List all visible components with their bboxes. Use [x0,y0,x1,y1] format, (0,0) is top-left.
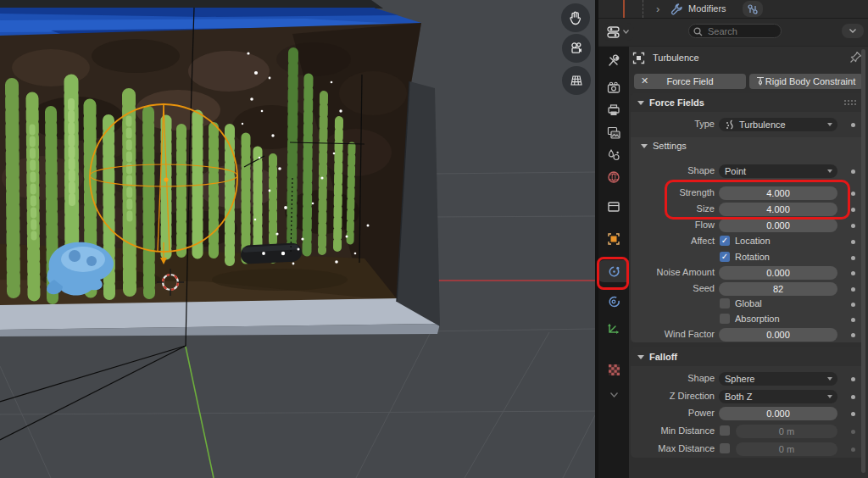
settings-subpanel-header[interactable]: Settings [641,141,687,151]
global-checkbox[interactable] [720,298,730,308]
tab-object-data[interactable] [603,318,625,340]
viewport-scene [0,0,595,478]
size-field[interactable]: 4.000 [719,203,837,216]
animate-dot[interactable] [851,170,855,174]
settings-title: Settings [653,141,687,151]
properties-editor-icon [607,26,622,38]
animate-dot[interactable] [851,256,855,260]
absorption-checkbox[interactable] [720,314,730,324]
type-dropdown[interactable]: Turbulence [719,118,837,131]
z-direction-dropdown[interactable]: Both Z [719,390,837,403]
wind-factor-row: Wind Factor 0.000 [629,327,868,342]
panel-grip-icon[interactable] [844,100,858,107]
force-fields-panel-header[interactable]: Force Fields [631,93,865,112]
rotation-checkbox[interactable]: ✓ [720,252,730,262]
object-name[interactable]: Turbulence [653,53,699,63]
tab-strip-overflow[interactable] [603,384,625,406]
rotation-row: ✓ Rotation [629,250,868,265]
3d-viewport[interactable] [0,0,595,478]
power-row: Power 0.000 [629,406,868,421]
aquarium-top-edge [0,0,383,8]
modifiers-breadcrumb-bar: › Modifiers [598,0,868,19]
constraint-icon [607,295,620,308]
modifiers-label[interactable]: Modifiers [688,3,726,14]
animate-dot[interactable] [851,430,855,434]
tab-world[interactable] [603,166,625,188]
animate-dot[interactable] [851,303,855,307]
animate-dot[interactable] [851,123,855,127]
pin-icon[interactable] [849,51,862,64]
aquarium-base-slab[interactable] [0,298,440,336]
min-distance-field[interactable]: 0 m [736,425,837,438]
type-row: Type Turbulence [629,117,868,132]
shape-dropdown[interactable]: Point [719,164,837,178]
tab-physics[interactable] [598,260,629,282]
falloff-shape-dropdown[interactable]: Sphere [719,372,837,386]
search-icon [693,27,703,36]
animate-dot[interactable] [851,192,855,196]
animate-dot[interactable] [851,287,855,292]
chevron-down-icon [849,29,856,33]
chevron-down-icon [610,392,618,397]
black-cylinder-object[interactable] [240,242,302,264]
properties-scrollbar[interactable] [861,49,865,473]
orthographic-toggle-button[interactable] [562,66,591,95]
collection-box-icon [607,200,620,214]
animate-dot[interactable] [851,412,855,416]
min-distance-checkbox[interactable] [720,425,730,436]
dashed-divider [643,0,643,18]
camera-view-button[interactable] [562,34,591,63]
tab-constraints[interactable] [603,291,625,313]
options-dropdown-button[interactable] [842,24,864,38]
wrench-icon [670,3,683,16]
location-label: Location [735,236,771,246]
dropdown-chevron-icon [827,170,832,173]
tab-output[interactable] [603,99,625,121]
max-distance-field[interactable]: 0 m [736,442,837,456]
tab-render[interactable] [603,77,625,99]
force-field-button-label: Force Field [666,76,713,86]
noise-amount-field[interactable]: 0.000 [719,266,837,280]
tab-collection[interactable] [603,196,625,218]
rigid-body-constraint-button[interactable]: Rigid Body Constraint [749,74,863,89]
close-icon[interactable]: ✕ [641,75,648,86]
force-field-enable-button[interactable]: ✕ Force Field [634,74,746,89]
animate-dot[interactable] [851,240,855,244]
images-icon [607,126,620,140]
power-field[interactable]: 0.000 [719,407,837,420]
tab-view-layer[interactable] [603,122,625,144]
modifier-toggle-button[interactable] [743,1,763,17]
animate-dot[interactable] [851,377,855,381]
animate-dot[interactable] [851,208,855,212]
flow-field[interactable]: 0.000 [719,219,837,232]
tab-object[interactable] [603,228,625,250]
type-value: Turbulence [739,118,786,131]
properties-header [598,19,868,47]
location-checkbox[interactable]: ✓ [720,236,730,246]
animate-dot[interactable] [851,447,855,452]
tab-texture[interactable] [603,358,625,381]
strength-field[interactable]: 4.000 [719,186,837,200]
z-direction-value: Both Z [725,390,752,403]
breadcrumb-chevron[interactable]: › [656,3,659,15]
animate-dot[interactable] [851,271,855,275]
object-properties-icon [607,232,620,246]
falloff-panel-header[interactable]: Falloff [631,347,865,366]
pan-hand-button[interactable] [561,3,590,32]
editor-type-button[interactable] [602,23,634,41]
affect-location-row: Affect ✓ Location [629,234,868,249]
seed-field[interactable]: 82 [719,282,837,296]
animate-dot[interactable] [851,224,855,228]
noise-amount-row: Noise Amount 0.000 [629,265,868,281]
power-label: Power [629,408,715,418]
shape-value: Point [725,164,746,178]
scene-icon [607,148,620,162]
force-field-object-icon [632,52,645,64]
animate-dot[interactable] [851,318,855,322]
max-distance-checkbox[interactable] [720,443,730,453]
tab-scene[interactable] [603,144,625,166]
animate-dot[interactable] [851,333,855,337]
animate-dot[interactable] [851,395,855,399]
wind-factor-field[interactable]: 0.000 [719,328,837,342]
max-distance-row: Max Distance 0 m [629,442,868,457]
